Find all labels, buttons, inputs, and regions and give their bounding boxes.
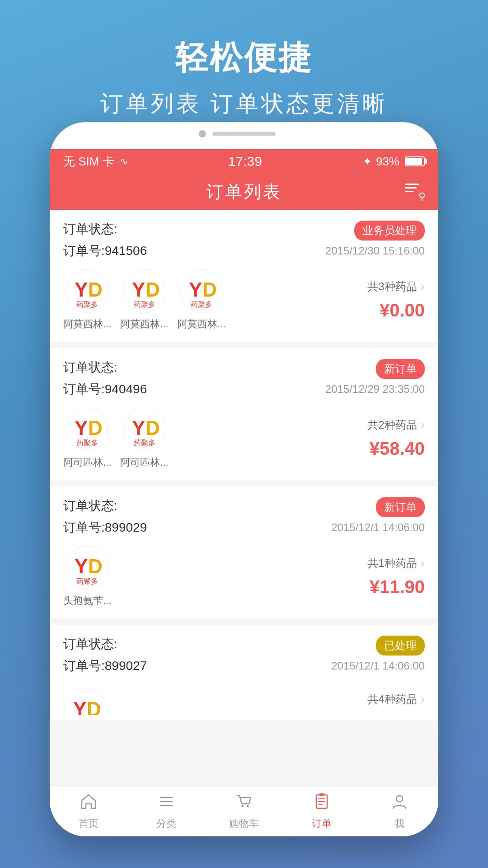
- phone-screen: 无 SIM 卡 ∿ 17:39 ✦ 93% 订单列表: [50, 149, 438, 836]
- wifi-icon: ∿: [120, 156, 128, 167]
- order-header-3: 订单状态: 新订单: [63, 497, 425, 517]
- yd-logo-3-1: Y D 药聚多: [65, 545, 110, 590]
- status-time: 17:39: [228, 154, 262, 169]
- svg-text:Y: Y: [132, 278, 145, 301]
- status-left: 无 SIM 卡 ∿: [63, 154, 128, 170]
- svg-text:D: D: [202, 278, 217, 301]
- order-status-label-4: 订单状态:: [63, 636, 117, 653]
- order-card-4[interactable]: 订单状态: 已处理 订单号:899027 2015/12/1 14:06:00 …: [50, 625, 438, 720]
- product-name-3-1: 头孢氨苄...: [63, 594, 111, 608]
- order-card-1[interactable]: 订单状态: 业务员处理 订单号:941506 2015/12/30 15:16:…: [50, 210, 438, 342]
- order-header-1: 订单状态: 业务员处理: [63, 221, 425, 241]
- product-item-4-1[interactable]: Y D: [63, 684, 108, 715]
- tab-order-label: 订单: [312, 817, 332, 830]
- order-header-2: 订单状态: 新订单: [63, 359, 425, 379]
- order-header-4: 订单状态: 已处理: [63, 636, 425, 656]
- svg-text:D: D: [88, 555, 103, 577]
- sim-label: 无 SIM 卡: [63, 154, 114, 170]
- order-number-3: 订单号:899029: [63, 519, 147, 536]
- tab-order[interactable]: 订单: [283, 793, 361, 830]
- filter-search-button[interactable]: ⚲: [405, 184, 425, 200]
- svg-text:Y: Y: [75, 555, 88, 577]
- product-name-1-2: 阿莫西林...: [120, 317, 168, 331]
- order-meta-2: 订单号:940496 2015/12/29 23:35:00: [63, 381, 425, 398]
- order-right-1: 共3种药品 › ¥0.00: [343, 279, 425, 321]
- order-right-4: 共4种药品 ›: [343, 692, 425, 707]
- order-status-badge-2: 新订单: [376, 359, 425, 379]
- chevron-right-icon-3: ›: [421, 556, 425, 571]
- yd-logo-1-2: Y D 药聚多: [122, 269, 167, 314]
- order-meta-1: 订单号:941506 2015/12/30 15:16:00: [63, 242, 425, 259]
- product-item-3-1[interactable]: Y D 药聚多 头孢氨苄...: [63, 545, 111, 608]
- order-number-4: 订单号:899027: [63, 657, 147, 675]
- yd-logo-4-1: Y D: [63, 684, 108, 715]
- search-icon: ⚲: [418, 191, 426, 203]
- order-status-badge-1: 业务员处理: [354, 221, 425, 241]
- svg-text:D: D: [145, 417, 160, 439]
- filter-line-2: [405, 187, 417, 189]
- yd-logo-1-1: Y D 药聚多: [65, 269, 110, 314]
- order-number-2: 订单号:940496: [63, 381, 147, 398]
- chevron-right-icon-2: ›: [421, 418, 425, 432]
- battery-percent: 93%: [376, 155, 399, 169]
- order-body-3: Y D 药聚多 头孢氨苄... 共1种药品 ›: [63, 545, 425, 608]
- tab-home-label: 首页: [79, 817, 99, 830]
- tab-category-label: 分类: [156, 817, 176, 830]
- filter-icon-wrap: ⚲: [405, 184, 425, 200]
- order-price-2: ¥58.40: [370, 439, 425, 459]
- product-item-1-2[interactable]: Y D 药聚多 阿莫西林...: [120, 269, 168, 331]
- product-item-2-1[interactable]: Y D 药聚多 阿司匹林...: [63, 407, 111, 469]
- product-list-3: Y D 药聚多 头孢氨苄...: [63, 545, 334, 608]
- order-icon: [313, 793, 330, 814]
- order-number-1: 订单号:941506: [63, 242, 147, 259]
- chevron-right-icon-4: ›: [421, 692, 425, 707]
- svg-text:药聚多: 药聚多: [76, 577, 98, 585]
- tab-cart-label: 购物车: [229, 817, 259, 830]
- svg-text:D: D: [87, 698, 101, 715]
- svg-point-31: [247, 805, 249, 807]
- svg-text:Y: Y: [75, 278, 88, 301]
- order-meta-3: 订单号:899029 2015/12/1 14:06:00: [63, 519, 425, 536]
- order-price-1: ¥0.00: [380, 300, 425, 321]
- order-body-2: Y D 药聚多 阿司匹林... Y: [63, 407, 425, 469]
- chevron-right-icon-1: ›: [421, 279, 425, 294]
- product-item-2-2[interactable]: Y D 药聚多 阿司匹林...: [120, 407, 168, 469]
- order-date-4: 2015/12/1 14:06:00: [331, 660, 425, 672]
- tab-category[interactable]: 分类: [127, 793, 205, 830]
- filter-line-1: [405, 184, 419, 185]
- phone-frame: 无 SIM 卡 ∿ 17:39 ✦ 93% 订单列表: [50, 122, 438, 836]
- svg-text:Y: Y: [189, 278, 202, 301]
- phone-speaker: [212, 132, 276, 136]
- battery-fill: [406, 158, 422, 165]
- order-date-3: 2015/12/1 14:06:00: [331, 521, 425, 534]
- order-status-badge-3: 新订单: [376, 497, 425, 517]
- tab-home[interactable]: 首页: [50, 793, 127, 830]
- order-card-2[interactable]: 订单状态: 新订单 订单号:940496 2015/12/29 23:35:00: [50, 348, 438, 480]
- product-name-1-1: 阿莫西林...: [63, 317, 111, 331]
- order-body-4: Y D 共4种药品 ›: [63, 684, 425, 715]
- order-card-3[interactable]: 订单状态: 新订单 订单号:899029 2015/12/1 14:06:00 …: [50, 486, 438, 618]
- order-list[interactable]: 订单状态: 业务员处理 订单号:941506 2015/12/30 15:16:…: [50, 210, 438, 787]
- bluetooth-icon: ✦: [362, 155, 372, 169]
- tab-cart[interactable]: 购物车: [205, 793, 283, 830]
- order-date-1: 2015/12/30 15:16:00: [325, 245, 425, 257]
- order-status-label-2: 订单状态:: [63, 359, 117, 376]
- product-list-2: Y D 药聚多 阿司匹林... Y: [63, 407, 334, 469]
- svg-text:D: D: [88, 278, 103, 301]
- nav-title: 订单列表: [206, 180, 282, 203]
- tab-me[interactable]: 我: [361, 793, 438, 830]
- product-item-1-1[interactable]: Y D 药聚多 阿莫西林...: [63, 269, 111, 331]
- status-bar: 无 SIM 卡 ∿ 17:39 ✦ 93%: [50, 149, 438, 174]
- svg-text:D: D: [145, 278, 160, 301]
- order-right-3: 共1种药品 › ¥11.90: [343, 556, 425, 597]
- tab-bar: 首页 分类: [50, 787, 438, 836]
- product-name-2-1: 阿司匹林...: [63, 456, 111, 469]
- filter-line-3: [405, 191, 414, 192]
- yd-logo-2-2: Y D 药聚多: [122, 407, 167, 452]
- svg-point-30: [242, 805, 244, 807]
- battery-icon: [405, 156, 425, 166]
- svg-text:药聚多: 药聚多: [134, 301, 155, 308]
- product-item-1-3[interactable]: Y D 药聚多 阿莫西林...: [178, 269, 225, 331]
- status-right: ✦ 93%: [362, 155, 425, 169]
- user-icon: [391, 793, 408, 814]
